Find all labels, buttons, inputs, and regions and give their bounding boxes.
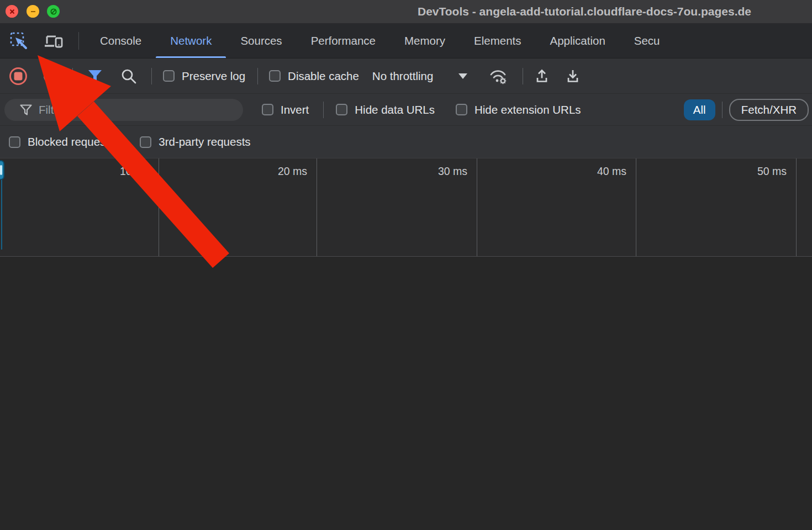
timeline-tick-label: 20 ms — [246, 165, 307, 178]
stop-recording-icon[interactable] — [8, 66, 28, 86]
titlebar: DevTools - angela-add-tutorial.cloudflar… — [0, 0, 812, 23]
throttling-value[interactable]: No throttling — [372, 70, 434, 83]
blocked-requests-checkbox[interactable] — [9, 136, 20, 148]
blocked-requests-label[interactable]: Blocked requests — [28, 135, 114, 149]
invert-label[interactable]: Invert — [281, 103, 309, 116]
timeline-gridline — [317, 158, 317, 256]
zoom-button[interactable] — [47, 5, 60, 18]
toolbar-separator — [151, 68, 152, 84]
disable-cache-label[interactable]: Disable cache — [288, 70, 359, 83]
filter-toolbar: Invert Hide data URLs Hide extension URL… — [0, 94, 812, 126]
panel-tabs: Console Network Sources Performance Memo… — [86, 23, 674, 58]
request-filter-row: Blocked requests 3rd-party requests — [0, 126, 812, 158]
timeline-overview[interactable]: 10 ms 20 ms 30 ms 40 ms 50 ms — [0, 158, 812, 257]
third-party-requests-checkbox[interactable] — [140, 136, 151, 148]
hide-data-urls-group[interactable]: Hide data URLs — [336, 103, 435, 116]
hide-extension-urls-label[interactable]: Hide extension URLs — [474, 103, 581, 116]
network-conditions-icon[interactable] — [488, 67, 509, 85]
timeline-tick-label: 10 ms — [88, 165, 149, 178]
toolbar-separator — [523, 68, 523, 84]
timeline-gridline — [159, 158, 159, 256]
filter-funnel-icon[interactable] — [87, 69, 103, 83]
window-title: DevTools - angela-add-tutorial.cloudflar… — [418, 0, 751, 23]
tab-elements[interactable]: Elements — [460, 23, 535, 58]
throttling-select[interactable]: No throttling — [372, 70, 468, 83]
tab-network[interactable]: Network — [156, 23, 226, 58]
export-har-icon[interactable] — [565, 68, 581, 84]
hide-extension-urls-checkbox[interactable] — [456, 104, 467, 115]
preserve-log-checkbox[interactable] — [163, 70, 175, 82]
disable-cache-checkbox[interactable] — [269, 70, 281, 82]
timeline-tick-label: 40 ms — [566, 165, 626, 178]
search-icon[interactable] — [120, 68, 137, 84]
inspect-icon[interactable] — [9, 31, 29, 51]
blocked-requests-group[interactable]: Blocked requests — [9, 135, 114, 149]
tab-security[interactable]: Secu — [620, 23, 674, 58]
devtools-tabbar: Console Network Sources Performance Memo… — [0, 23, 812, 59]
chevron-down-icon — [458, 73, 467, 79]
preserve-log-group[interactable]: Preserve log — [163, 70, 245, 83]
hide-extension-urls-group[interactable]: Hide extension URLs — [456, 103, 581, 116]
active-tab-underline — [156, 56, 226, 58]
tab-performance[interactable]: Performance — [297, 23, 390, 58]
tab-memory[interactable]: Memory — [390, 23, 460, 58]
timeline-scrubber-line — [1, 180, 2, 250]
request-type-all-chip[interactable]: All — [684, 99, 715, 120]
invert-checkbox[interactable] — [262, 104, 273, 115]
toolbar-separator — [72, 68, 73, 84]
import-har-icon[interactable] — [534, 68, 550, 84]
network-panel-empty: Recordi Perform a request — [0, 257, 812, 530]
clear-icon[interactable] — [43, 68, 59, 84]
invert-group[interactable]: Invert — [262, 103, 309, 116]
network-toolbar: Preserve log Disable cache No throttling — [0, 59, 812, 94]
filter-input-wrap — [4, 99, 243, 121]
minimize-button[interactable] — [27, 5, 39, 18]
timeline-scrubber-handle[interactable] — [0, 160, 4, 180]
hide-data-urls-label[interactable]: Hide data URLs — [355, 103, 435, 116]
preserve-log-label[interactable]: Preserve log — [182, 70, 245, 83]
timeline-gridline — [477, 158, 477, 256]
third-party-requests-label[interactable]: 3rd-party requests — [159, 135, 250, 149]
scrubber-grip — [0, 165, 2, 175]
timeline-gridline — [796, 158, 797, 256]
hide-data-urls-checkbox[interactable] — [336, 104, 347, 115]
devtools-window: DevTools - angela-add-tutorial.cloudflar… — [0, 0, 812, 530]
tab-sources[interactable]: Sources — [226, 23, 296, 58]
timeline-gridline — [636, 158, 636, 256]
tabbar-separator — [78, 32, 79, 50]
close-button[interactable] — [6, 5, 18, 18]
filter-input[interactable] — [4, 99, 243, 121]
request-type-fetch-xhr-chip[interactable]: Fetch/XHR — [729, 99, 809, 121]
timeline-tick-label: 30 ms — [407, 165, 467, 178]
tab-console[interactable]: Console — [86, 23, 156, 58]
tab-application[interactable]: Application — [536, 23, 620, 58]
toolbar-separator — [257, 68, 258, 84]
timeline-tick-label: 50 ms — [726, 165, 787, 178]
device-toolbar-icon[interactable] — [43, 31, 64, 51]
disable-cache-group[interactable]: Disable cache — [269, 70, 359, 83]
toolbar-separator — [323, 102, 324, 118]
toolbar-separator — [722, 102, 723, 118]
third-party-requests-group[interactable]: 3rd-party requests — [140, 135, 250, 149]
